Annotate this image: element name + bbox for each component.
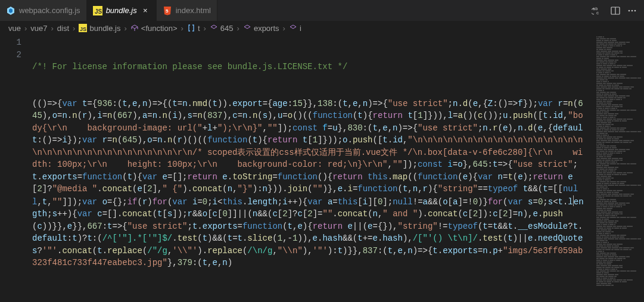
html-icon: 5	[163, 6, 172, 15]
more-icon[interactable]	[627, 6, 637, 15]
breadcrumb-function[interactable]: <function>	[130, 24, 178, 33]
breadcrumb-exports[interactable]: exports	[243, 24, 279, 33]
breadcrumb-645[interactable]: 645	[210, 24, 234, 33]
svg-point-10	[629, 10, 630, 11]
cube-icon	[210, 24, 218, 32]
breadcrumb-t[interactable]: t	[187, 24, 200, 33]
svg-marker-15	[132, 25, 138, 29]
svg-point-12	[634, 10, 636, 11]
breadcrumb-i[interactable]: i	[289, 24, 301, 33]
cube-icon	[130, 24, 139, 32]
svg-text:5: 5	[166, 8, 169, 14]
brackets-icon	[187, 24, 195, 32]
chevron-right-icon: ›	[51, 24, 54, 33]
breadcrumbs-bar: vue › vue7 › dist › JS bundle.js › <func…	[0, 21, 644, 35]
breadcrumb-dist[interactable]: dist	[57, 24, 69, 33]
chevron-right-icon: ›	[24, 24, 27, 33]
minimap[interactable]	[594, 35, 644, 302]
code-line-1: /*! For license information please see b…	[32, 61, 584, 73]
chevron-right-icon: ›	[73, 24, 75, 33]
tab-label: bundle.js	[106, 6, 137, 15]
tab-label: webpack.config.js	[19, 6, 80, 15]
breadcrumb-vue[interactable]: vue	[8, 24, 21, 33]
breadcrumb-bundle-js[interactable]: JS bundle.js	[79, 24, 120, 33]
svg-marker-21	[290, 25, 296, 29]
editor-area[interactable]: 1 2 /*! For license information please s…	[0, 35, 644, 302]
line-number: 2	[0, 49, 21, 61]
chevron-right-icon: ›	[283, 24, 285, 33]
abc-icon[interactable]: abc	[592, 5, 603, 16]
minimap-content	[594, 35, 644, 288]
chevron-right-icon: ›	[237, 24, 239, 33]
tab-label: index.html	[176, 6, 211, 15]
chevron-right-icon: ›	[204, 24, 206, 33]
cube-icon	[289, 24, 297, 32]
tab-webpack-config[interactable]: webpack.config.js	[0, 0, 87, 21]
line-number-gutter: 1 2	[0, 35, 32, 302]
tab-index-html[interactable]: 5 index.html	[157, 0, 217, 21]
svg-marker-19	[211, 25, 217, 29]
tab-actions: abc	[584, 0, 644, 21]
svg-text:c: c	[596, 11, 599, 15]
svg-marker-20	[244, 25, 250, 29]
close-icon[interactable]: ×	[141, 6, 150, 15]
editor-tab-bar: webpack.config.js JS bundle.js × 5 index…	[0, 0, 644, 21]
svg-point-11	[631, 10, 633, 11]
split-editor-icon[interactable]	[611, 6, 620, 15]
cube-icon	[243, 24, 251, 32]
chevron-right-icon: ›	[181, 24, 183, 33]
js-icon: JS	[93, 6, 102, 15]
js-icon: JS	[79, 24, 87, 32]
line-number: 1	[0, 36, 21, 49]
chevron-right-icon: ›	[124, 24, 126, 33]
code-line-2: (()=>{var t={936:(t,e,n)=>{(t=n.nmd(t)).…	[32, 98, 584, 269]
breadcrumb-vue7[interactable]: vue7	[30, 24, 47, 33]
webpack-icon	[6, 6, 15, 15]
svg-text:JS: JS	[95, 8, 102, 15]
tab-bundle-js[interactable]: JS bundle.js ×	[87, 0, 157, 21]
tab-spacer	[217, 0, 584, 21]
svg-text:JS: JS	[80, 26, 86, 32]
code-content[interactable]: /*! For license information please see b…	[32, 35, 644, 302]
